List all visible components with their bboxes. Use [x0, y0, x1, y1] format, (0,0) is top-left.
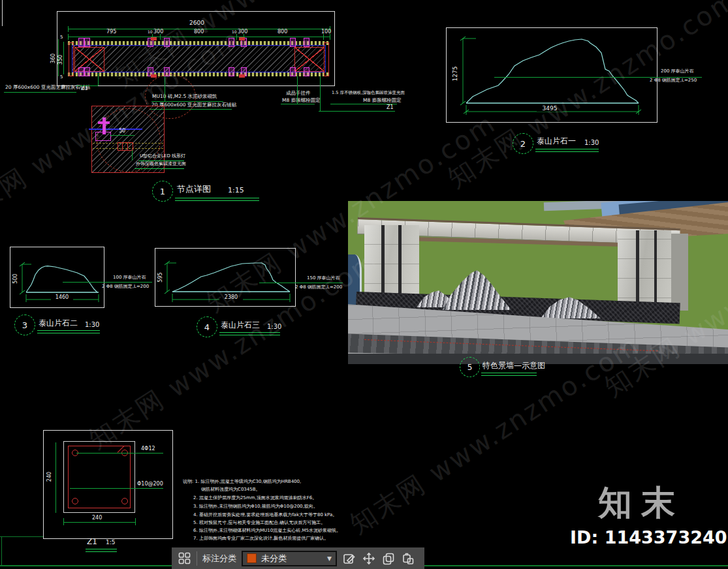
frame-line-left	[1, 536, 2, 566]
led-strip	[118, 142, 133, 151]
ann-stone2-a1: 100 厚泰山片石	[113, 275, 146, 281]
z1-stirrup-label: Φ10@200	[137, 482, 163, 487]
znzmo-logo: 知末	[598, 480, 684, 526]
ann-stone3-a2: 2 Φ8 钢筋固定,L=200	[295, 285, 342, 290]
ann-hanger: 成品干挂件	[286, 91, 311, 96]
figure-number-5: 5	[460, 357, 480, 377]
annotation-toolbar: 标注分类 未分类 ▼	[172, 547, 424, 569]
detail-dim-50: 50	[119, 129, 125, 134]
copy-icon[interactable]	[381, 551, 396, 566]
ann-stone1-a2: 2 Φ8 钢筋固定,L=250	[650, 78, 697, 84]
ann-z1b-tag: Z1	[387, 105, 394, 111]
category-dropdown[interactable]: 未分类 ▼	[242, 551, 337, 566]
end-bracket-left	[69, 42, 74, 76]
move-icon[interactable]	[362, 551, 376, 566]
figure-title-3: 泰山片石二	[39, 319, 78, 328]
ann-steel: 1.5 厚不锈钢板,深咖色氟碳喷涂亚光面	[332, 91, 405, 95]
ann-stone1-a1: 200 厚泰山片石	[661, 69, 694, 74]
figure-number-3: 3	[14, 315, 35, 335]
figure-scale-3: 1:30	[85, 321, 99, 328]
z1-rebar-label: 4Φ12	[141, 446, 155, 452]
ann-bolt: M8 膨胀螺栓固定	[282, 98, 321, 103]
figure-scale-1: 1:15	[228, 187, 244, 194]
svg-text:2380: 2380	[225, 294, 238, 300]
edit-icon[interactable]	[342, 551, 356, 566]
svg-text:1460: 1460	[55, 294, 69, 300]
feature-wall-render	[348, 201, 728, 364]
anchor-plate	[95, 132, 111, 141]
category-label: 标注分类	[202, 553, 236, 564]
category-color-swatch	[247, 553, 257, 563]
ann-led2: 外饰深咖色氟碳漆亚光面	[136, 162, 186, 167]
z1-scale: 1:5	[106, 540, 115, 546]
asset-id: ID: 1143373240	[570, 527, 727, 547]
z1-label: Z1	[87, 538, 97, 546]
detail-blue-line	[89, 129, 142, 130]
ann-stone2-a2: 2 Φ8 钢筋固定,L=200	[102, 284, 149, 290]
wall-core	[72, 45, 326, 72]
sheet-edge-line	[2, 0, 3, 26]
figure-title-5: 特色景墙—示意图	[483, 361, 545, 370]
stone-elevation-2: 500 1460	[10, 247, 104, 307]
figure-number-1: 1	[152, 181, 173, 202]
svg-text:595: 595	[157, 272, 163, 282]
pillar-right-side	[671, 234, 688, 311]
end-bracket-right	[324, 42, 329, 76]
figure-number-4: 4	[197, 316, 217, 337]
ann-z1-tag: Z1	[81, 86, 88, 92]
category-dropdown-value: 未分类	[261, 553, 287, 564]
dim-overall: 2600	[189, 20, 204, 27]
paste-icon[interactable]	[401, 551, 415, 566]
ann-stone3-a1: 150 厚泰山片石	[307, 276, 340, 281]
figure-title-2: 泰山片石一	[537, 137, 576, 146]
chevron-down-icon: ▼	[327, 555, 332, 562]
stone-elevation-1: 1275 3495	[447, 28, 657, 122]
figure-number-2: 2	[513, 133, 533, 154]
svg-text:1275: 1275	[452, 67, 458, 82]
svg-text:3495: 3495	[543, 105, 558, 112]
figure-title-4: 泰山片石三	[221, 321, 260, 330]
column-block-right	[294, 47, 324, 72]
stone-elevation-3: 595 2380	[155, 249, 295, 306]
grid-icon[interactable]	[177, 551, 191, 566]
figure-scale-2: 1:30	[584, 139, 599, 146]
cad-viewer-canvas: 2600 795 10 300 800 10 300 800 100 5 360…	[0, 0, 728, 569]
ann-led1: U型铝合金LED 线形灯	[140, 154, 185, 159]
toolbar-divider	[197, 551, 197, 566]
svg-text:500: 500	[12, 273, 18, 283]
figure-title-1: 节点详图	[177, 185, 211, 194]
ann-bolt2: M8 膨胀螺栓固定	[363, 98, 402, 103]
figure-scale-4: 1:30	[267, 323, 281, 330]
